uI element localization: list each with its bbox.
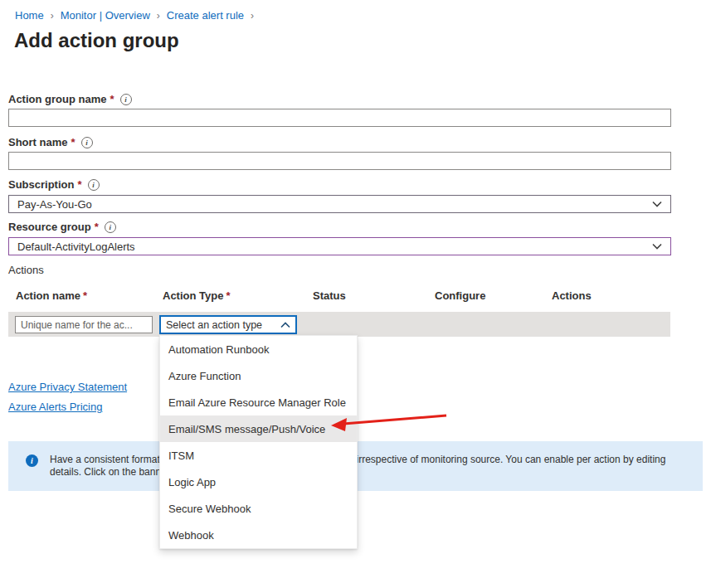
column-header-action-name: Action name * xyxy=(16,289,87,302)
dropdown-option-webhook[interactable]: Webhook xyxy=(160,522,357,548)
dropdown-option-itsm[interactable]: ITSM xyxy=(160,442,357,469)
label-text: Action group name xyxy=(8,93,106,105)
info-icon[interactable]: i xyxy=(81,137,93,148)
banner-text: Have a consistent format in emails, sms,… xyxy=(50,454,665,479)
action-type-dropdown: Automation Runbook Azure Function Email … xyxy=(159,335,358,549)
field-label-short-name: Short name * i xyxy=(8,136,93,148)
breadcrumb-separator-icon: › xyxy=(51,10,54,22)
breadcrumb-separator-icon: › xyxy=(157,10,160,22)
label-text: Resource group xyxy=(8,221,91,233)
azure-privacy-statement-link[interactable]: Azure Privacy Statement xyxy=(8,381,127,393)
dropdown-option-email-azure-resource-manager-role[interactable]: Email Azure Resource Manager Role xyxy=(160,389,357,415)
action-group-name-input[interactable] xyxy=(8,109,671,127)
banner-line-2: details. Click on the banner to learn mo… xyxy=(50,466,665,479)
subscription-select[interactable]: Pay-As-You-Go xyxy=(8,195,671,213)
column-label: Action Type xyxy=(163,289,223,302)
dropdown-option-secure-webhook[interactable]: Secure Webhook xyxy=(160,495,357,522)
column-label: Action name xyxy=(16,289,80,302)
required-marker: * xyxy=(71,136,75,148)
required-marker: * xyxy=(226,289,230,302)
actions-table-header: Action name * Action Type * Status Confi… xyxy=(0,289,711,304)
breadcrumb: Home › Monitor | Overview › Create alert… xyxy=(15,9,254,22)
actions-section-title: Actions xyxy=(8,264,44,276)
action-name-input[interactable] xyxy=(15,316,153,333)
field-label-subscription: Subscription * i xyxy=(8,178,100,191)
chevron-down-icon xyxy=(652,201,662,207)
label-text: Short name xyxy=(8,136,68,148)
resource-group-selected-value: Default-ActivityLogAlerts xyxy=(17,241,135,253)
breadcrumb-home[interactable]: Home xyxy=(15,9,44,22)
subscription-selected-value: Pay-As-You-Go xyxy=(17,198,92,211)
dropdown-option-automation-runbook[interactable]: Automation Runbook xyxy=(160,336,357,362)
chevron-up-icon xyxy=(280,322,290,328)
azure-alerts-pricing-link[interactable]: Azure Alerts Pricing xyxy=(8,401,102,413)
short-name-input[interactable] xyxy=(8,152,671,170)
breadcrumb-create-alert-rule[interactable]: Create alert rule xyxy=(167,9,244,22)
info-icon[interactable]: i xyxy=(88,179,100,191)
breadcrumb-separator-icon: › xyxy=(251,10,254,22)
dropdown-option-logic-app[interactable]: Logic App xyxy=(160,469,357,495)
breadcrumb-monitor-overview[interactable]: Monitor | Overview xyxy=(61,9,150,22)
required-marker: * xyxy=(77,178,81,191)
column-header-actions: Actions xyxy=(552,289,592,302)
required-marker: * xyxy=(110,93,114,105)
banner-info-icon: i xyxy=(26,454,38,467)
action-type-selected-value: Select an action type xyxy=(166,319,262,331)
chevron-down-icon xyxy=(652,243,662,250)
field-label-resource-group: Resource group * i xyxy=(8,221,116,233)
dropdown-option-email-sms-push-voice[interactable]: Email/SMS message/Push/Voice xyxy=(160,415,357,442)
column-header-action-type: Action Type * xyxy=(163,289,231,302)
label-text: Subscription xyxy=(8,178,74,191)
column-label: Actions xyxy=(552,289,592,302)
required-marker: * xyxy=(83,289,87,302)
action-row: Select an action type xyxy=(8,312,670,337)
info-icon[interactable]: i xyxy=(120,94,132,105)
resource-group-select[interactable]: Default-ActivityLogAlerts xyxy=(8,237,671,255)
page-title: Add action group xyxy=(14,29,179,52)
column-header-configure: Configure xyxy=(435,289,485,302)
required-marker: * xyxy=(95,221,99,233)
dropdown-option-azure-function[interactable]: Azure Function xyxy=(160,362,357,389)
action-type-select[interactable]: Select an action type xyxy=(159,315,297,334)
field-label-action-group-name: Action group name * i xyxy=(8,93,132,105)
column-label: Configure xyxy=(435,289,485,302)
info-icon[interactable]: i xyxy=(105,221,116,233)
column-header-status: Status xyxy=(313,289,346,302)
column-label: Status xyxy=(313,289,346,302)
banner-line-1: Have a consistent format in emails, sms,… xyxy=(50,454,665,466)
